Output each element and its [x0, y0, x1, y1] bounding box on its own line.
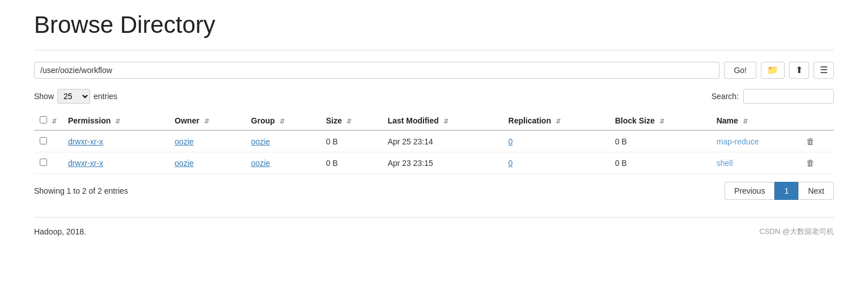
- row-permission: drwxr-xr-x: [62, 152, 169, 174]
- upload-button[interactable]: ⬆: [789, 62, 809, 79]
- row-name: shell: [711, 152, 801, 174]
- row-checkbox-1[interactable]: [40, 159, 47, 166]
- th-last-modified: Last Modified ⇵: [382, 112, 503, 130]
- replication-link-0[interactable]: 0: [509, 137, 513, 146]
- th-action: [801, 112, 834, 130]
- show-entries: Show 10 25 50 100 entries: [34, 89, 117, 104]
- entries-select[interactable]: 10 25 50 100: [57, 89, 90, 104]
- permission-link-0[interactable]: drwxr-xr-x: [68, 137, 103, 146]
- search-input[interactable]: [743, 89, 834, 104]
- permission-sort-icon[interactable]: ⇵: [115, 118, 120, 125]
- top-divider: [34, 50, 834, 50]
- path-input[interactable]: [34, 62, 719, 79]
- folder-button[interactable]: 📁: [761, 62, 785, 79]
- select-all-checkbox[interactable]: [40, 116, 47, 123]
- row-owner: oozie: [169, 130, 245, 152]
- search-area: Search:: [712, 89, 834, 104]
- show-label: Show: [34, 92, 54, 101]
- next-button[interactable]: Next: [798, 182, 834, 200]
- footer-right: CSDN @大数据老司机: [759, 227, 834, 237]
- entries-label: entries: [94, 92, 117, 101]
- row-name: map-reduce: [711, 130, 801, 152]
- lastmod-sort-icon[interactable]: ⇵: [443, 118, 448, 125]
- th-owner: Owner ⇵: [169, 112, 245, 130]
- th-size-label: Size: [326, 116, 342, 125]
- folder-icon: 📁: [767, 65, 778, 75]
- footer: Hadoop, 2018. CSDN @大数据老司机: [34, 217, 834, 237]
- pagination-buttons: Previous 1 Next: [725, 182, 834, 200]
- row-delete: 🗑: [801, 152, 834, 174]
- owner-sort-icon[interactable]: ⇵: [204, 118, 209, 125]
- row-checkbox-cell: [34, 152, 62, 174]
- th-replication: Replication ⇵: [503, 112, 609, 130]
- page-1-button[interactable]: 1: [774, 182, 798, 200]
- footer-left: Hadoop, 2018.: [34, 227, 86, 236]
- row-delete: 🗑: [801, 130, 834, 152]
- controls-row: Show 10 25 50 100 entries Search:: [34, 89, 834, 104]
- row-replication: 0: [503, 130, 609, 152]
- group-link-0[interactable]: oozie: [251, 137, 270, 146]
- th-group: Group ⇵: [245, 112, 320, 130]
- row-block-size: 0 B: [609, 152, 711, 174]
- size-sort-icon[interactable]: ⇵: [346, 118, 352, 125]
- row-owner: oozie: [169, 152, 245, 174]
- permission-link-1[interactable]: drwxr-xr-x: [68, 159, 103, 168]
- replication-sort-icon[interactable]: ⇵: [556, 118, 561, 125]
- showing-text: Showing 1 to 2 of 2 entries: [34, 186, 128, 195]
- th-permission: Permission ⇵: [62, 112, 169, 130]
- list-button[interactable]: ☰: [814, 62, 834, 79]
- blocksize-sort-icon[interactable]: ⇵: [659, 118, 664, 125]
- th-size: Size ⇵: [320, 112, 382, 130]
- row-permission: drwxr-xr-x: [62, 130, 169, 152]
- list-icon: ☰: [820, 65, 828, 75]
- previous-button[interactable]: Previous: [725, 182, 774, 200]
- go-button[interactable]: Go!: [724, 62, 756, 79]
- row-replication: 0: [503, 152, 609, 174]
- th-name: Name ⇵: [711, 112, 801, 130]
- page-title: Browse Directory: [34, 11, 834, 39]
- row-last-modified: Apr 25 23:14: [382, 130, 503, 152]
- th-permission-label: Permission: [68, 116, 111, 125]
- th-last-modified-label: Last Modified: [388, 116, 439, 125]
- col-sort-icon: ⇵: [52, 118, 57, 125]
- th-group-label: Group: [251, 116, 275, 125]
- row-checkbox-0[interactable]: [40, 137, 47, 144]
- select-all-th: ⇵: [34, 112, 62, 130]
- row-checkbox-cell: [34, 130, 62, 152]
- owner-link-1[interactable]: oozie: [175, 159, 193, 168]
- th-replication-label: Replication: [509, 116, 551, 125]
- row-block-size: 0 B: [609, 130, 711, 152]
- th-block-size: Block Size ⇵: [609, 112, 711, 130]
- name-link-1[interactable]: shell: [717, 159, 733, 168]
- row-size: 0 B: [320, 152, 382, 174]
- table-row: drwxr-xr-x oozie oozie 0 B Apr 23 23:15 …: [34, 152, 834, 174]
- directory-table: ⇵ Permission ⇵ Owner ⇵ Group ⇵ Size ⇵: [34, 112, 834, 174]
- row-last-modified: Apr 23 23:15: [382, 152, 503, 174]
- group-link-1[interactable]: oozie: [251, 159, 270, 168]
- replication-link-1[interactable]: 0: [509, 159, 513, 168]
- search-label: Search:: [712, 92, 739, 101]
- owner-link-0[interactable]: oozie: [175, 137, 193, 146]
- th-owner-label: Owner: [175, 116, 200, 125]
- row-group: oozie: [245, 130, 320, 152]
- path-bar: Go! 📁 ⬆ ☰: [34, 62, 834, 79]
- delete-icon-1[interactable]: 🗑: [806, 158, 815, 168]
- group-sort-icon[interactable]: ⇵: [280, 118, 285, 125]
- name-sort-icon[interactable]: ⇵: [743, 118, 748, 125]
- pagination-row: Showing 1 to 2 of 2 entries Previous 1 N…: [34, 182, 834, 200]
- table-header-row: ⇵ Permission ⇵ Owner ⇵ Group ⇵ Size ⇵: [34, 112, 834, 130]
- row-size: 0 B: [320, 130, 382, 152]
- delete-icon-0[interactable]: 🗑: [806, 136, 815, 146]
- th-block-size-label: Block Size: [615, 116, 655, 125]
- th-name-label: Name: [717, 116, 738, 125]
- name-link-0[interactable]: map-reduce: [717, 137, 759, 146]
- upload-icon: ⬆: [795, 65, 803, 75]
- row-group: oozie: [245, 152, 320, 174]
- table-row: drwxr-xr-x oozie oozie 0 B Apr 25 23:14 …: [34, 130, 834, 152]
